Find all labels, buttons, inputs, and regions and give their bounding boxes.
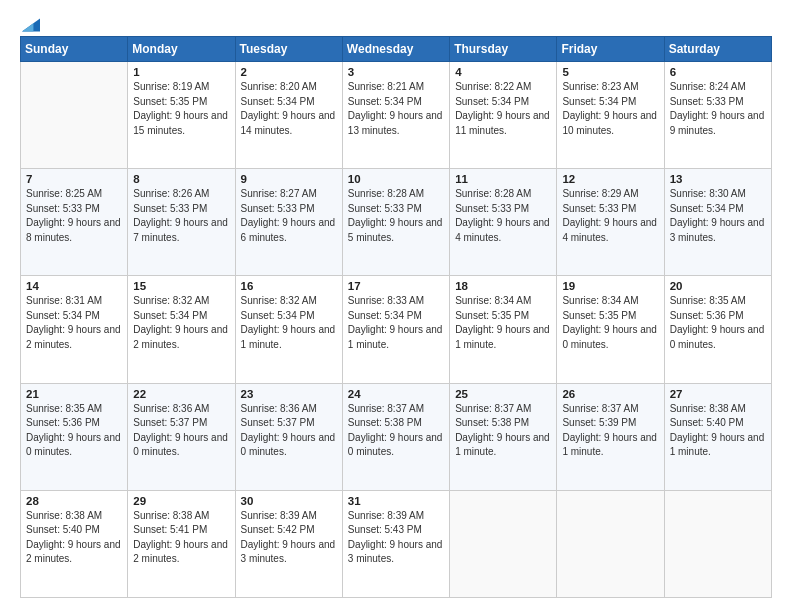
calendar-header: SundayMondayTuesdayWednesdayThursdayFrid… [21,37,772,62]
week-row-2: 14Sunrise: 8:31 AMSunset: 5:34 PMDayligh… [21,276,772,383]
day-number: 17 [348,280,444,292]
calendar-cell: 8Sunrise: 8:26 AMSunset: 5:33 PMDaylight… [128,169,235,276]
cell-info: Sunrise: 8:33 AMSunset: 5:34 PMDaylight:… [348,294,444,352]
day-number: 8 [133,173,229,185]
cell-info: Sunrise: 8:35 AMSunset: 5:36 PMDaylight:… [670,294,766,352]
cell-info: Sunrise: 8:36 AMSunset: 5:37 PMDaylight:… [241,402,337,460]
calendar-cell: 29Sunrise: 8:38 AMSunset: 5:41 PMDayligh… [128,490,235,597]
calendar-cell: 19Sunrise: 8:34 AMSunset: 5:35 PMDayligh… [557,276,664,383]
calendar-cell: 25Sunrise: 8:37 AMSunset: 5:38 PMDayligh… [450,383,557,490]
cell-info: Sunrise: 8:34 AMSunset: 5:35 PMDaylight:… [562,294,658,352]
cell-info: Sunrise: 8:20 AMSunset: 5:34 PMDaylight:… [241,80,337,138]
day-number: 22 [133,388,229,400]
calendar-cell: 10Sunrise: 8:28 AMSunset: 5:33 PMDayligh… [342,169,449,276]
calendar-cell: 30Sunrise: 8:39 AMSunset: 5:42 PMDayligh… [235,490,342,597]
cell-info: Sunrise: 8:28 AMSunset: 5:33 PMDaylight:… [455,187,551,245]
cell-info: Sunrise: 8:26 AMSunset: 5:33 PMDaylight:… [133,187,229,245]
calendar-cell: 3Sunrise: 8:21 AMSunset: 5:34 PMDaylight… [342,62,449,169]
day-number: 19 [562,280,658,292]
week-row-0: 1Sunrise: 8:19 AMSunset: 5:35 PMDaylight… [21,62,772,169]
calendar-cell [21,62,128,169]
day-header-tuesday: Tuesday [235,37,342,62]
calendar-cell: 5Sunrise: 8:23 AMSunset: 5:34 PMDaylight… [557,62,664,169]
cell-info: Sunrise: 8:27 AMSunset: 5:33 PMDaylight:… [241,187,337,245]
cell-info: Sunrise: 8:37 AMSunset: 5:38 PMDaylight:… [455,402,551,460]
calendar-cell: 18Sunrise: 8:34 AMSunset: 5:35 PMDayligh… [450,276,557,383]
cell-info: Sunrise: 8:31 AMSunset: 5:34 PMDaylight:… [26,294,122,352]
day-number: 20 [670,280,766,292]
day-number: 9 [241,173,337,185]
cell-info: Sunrise: 8:21 AMSunset: 5:34 PMDaylight:… [348,80,444,138]
calendar-cell: 15Sunrise: 8:32 AMSunset: 5:34 PMDayligh… [128,276,235,383]
cell-info: Sunrise: 8:37 AMSunset: 5:39 PMDaylight:… [562,402,658,460]
page: SundayMondayTuesdayWednesdayThursdayFrid… [0,0,792,612]
calendar-cell: 11Sunrise: 8:28 AMSunset: 5:33 PMDayligh… [450,169,557,276]
calendar-cell: 4Sunrise: 8:22 AMSunset: 5:34 PMDaylight… [450,62,557,169]
cell-info: Sunrise: 8:22 AMSunset: 5:34 PMDaylight:… [455,80,551,138]
day-number: 15 [133,280,229,292]
day-number: 6 [670,66,766,78]
day-number: 13 [670,173,766,185]
week-row-4: 28Sunrise: 8:38 AMSunset: 5:40 PMDayligh… [21,490,772,597]
day-header-friday: Friday [557,37,664,62]
cell-info: Sunrise: 8:30 AMSunset: 5:34 PMDaylight:… [670,187,766,245]
calendar-cell: 13Sunrise: 8:30 AMSunset: 5:34 PMDayligh… [664,169,771,276]
cell-info: Sunrise: 8:39 AMSunset: 5:42 PMDaylight:… [241,509,337,567]
day-header-saturday: Saturday [664,37,771,62]
day-number: 26 [562,388,658,400]
day-number: 27 [670,388,766,400]
week-row-1: 7Sunrise: 8:25 AMSunset: 5:33 PMDaylight… [21,169,772,276]
calendar-cell: 16Sunrise: 8:32 AMSunset: 5:34 PMDayligh… [235,276,342,383]
logo-icon [22,18,40,32]
day-number: 5 [562,66,658,78]
cell-info: Sunrise: 8:37 AMSunset: 5:38 PMDaylight:… [348,402,444,460]
day-header-sunday: Sunday [21,37,128,62]
cell-info: Sunrise: 8:34 AMSunset: 5:35 PMDaylight:… [455,294,551,352]
day-number: 2 [241,66,337,78]
day-number: 25 [455,388,551,400]
day-number: 12 [562,173,658,185]
calendar-cell: 12Sunrise: 8:29 AMSunset: 5:33 PMDayligh… [557,169,664,276]
day-number: 16 [241,280,337,292]
cell-info: Sunrise: 8:35 AMSunset: 5:36 PMDaylight:… [26,402,122,460]
day-number: 24 [348,388,444,400]
cell-info: Sunrise: 8:32 AMSunset: 5:34 PMDaylight:… [241,294,337,352]
calendar-cell [450,490,557,597]
cell-info: Sunrise: 8:38 AMSunset: 5:40 PMDaylight:… [670,402,766,460]
calendar-cell: 14Sunrise: 8:31 AMSunset: 5:34 PMDayligh… [21,276,128,383]
calendar-body: 1Sunrise: 8:19 AMSunset: 5:35 PMDaylight… [21,62,772,598]
calendar-cell: 27Sunrise: 8:38 AMSunset: 5:40 PMDayligh… [664,383,771,490]
day-header-wednesday: Wednesday [342,37,449,62]
calendar-cell: 28Sunrise: 8:38 AMSunset: 5:40 PMDayligh… [21,490,128,597]
calendar-cell: 22Sunrise: 8:36 AMSunset: 5:37 PMDayligh… [128,383,235,490]
cell-info: Sunrise: 8:25 AMSunset: 5:33 PMDaylight:… [26,187,122,245]
calendar-cell: 9Sunrise: 8:27 AMSunset: 5:33 PMDaylight… [235,169,342,276]
calendar-cell: 23Sunrise: 8:36 AMSunset: 5:37 PMDayligh… [235,383,342,490]
cell-info: Sunrise: 8:38 AMSunset: 5:40 PMDaylight:… [26,509,122,567]
cell-info: Sunrise: 8:38 AMSunset: 5:41 PMDaylight:… [133,509,229,567]
calendar-cell: 24Sunrise: 8:37 AMSunset: 5:38 PMDayligh… [342,383,449,490]
day-number: 23 [241,388,337,400]
calendar-cell: 2Sunrise: 8:20 AMSunset: 5:34 PMDaylight… [235,62,342,169]
cell-info: Sunrise: 8:39 AMSunset: 5:43 PMDaylight:… [348,509,444,567]
calendar-cell: 20Sunrise: 8:35 AMSunset: 5:36 PMDayligh… [664,276,771,383]
calendar-cell: 31Sunrise: 8:39 AMSunset: 5:43 PMDayligh… [342,490,449,597]
day-number: 14 [26,280,122,292]
cell-info: Sunrise: 8:32 AMSunset: 5:34 PMDaylight:… [133,294,229,352]
calendar-cell: 17Sunrise: 8:33 AMSunset: 5:34 PMDayligh… [342,276,449,383]
calendar-cell: 21Sunrise: 8:35 AMSunset: 5:36 PMDayligh… [21,383,128,490]
calendar-cell [557,490,664,597]
calendar-cell: 6Sunrise: 8:24 AMSunset: 5:33 PMDaylight… [664,62,771,169]
header-row: SundayMondayTuesdayWednesdayThursdayFrid… [21,37,772,62]
day-number: 7 [26,173,122,185]
day-number: 30 [241,495,337,507]
day-header-monday: Monday [128,37,235,62]
cell-info: Sunrise: 8:19 AMSunset: 5:35 PMDaylight:… [133,80,229,138]
day-number: 10 [348,173,444,185]
calendar-cell: 26Sunrise: 8:37 AMSunset: 5:39 PMDayligh… [557,383,664,490]
day-number: 29 [133,495,229,507]
cell-info: Sunrise: 8:28 AMSunset: 5:33 PMDaylight:… [348,187,444,245]
cell-info: Sunrise: 8:36 AMSunset: 5:37 PMDaylight:… [133,402,229,460]
week-row-3: 21Sunrise: 8:35 AMSunset: 5:36 PMDayligh… [21,383,772,490]
calendar-cell: 1Sunrise: 8:19 AMSunset: 5:35 PMDaylight… [128,62,235,169]
